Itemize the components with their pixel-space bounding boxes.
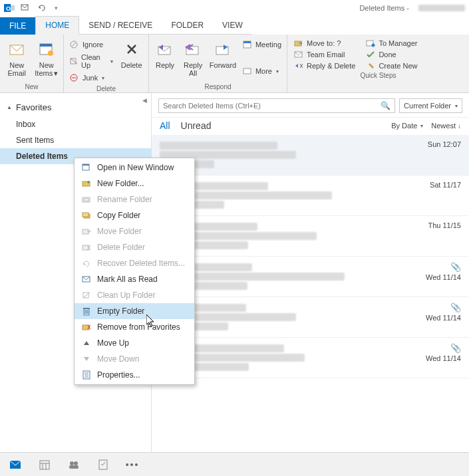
group-label-new: New [0, 82, 63, 92]
ignore-icon [69, 40, 80, 49]
svg-point-29 [74, 461, 78, 465]
message-date: Wed 11/14 [426, 314, 461, 322]
svg-point-7 [48, 51, 53, 56]
folder-new-icon [81, 178, 92, 189]
mark-read-icon [81, 274, 92, 285]
search-scope-dropdown[interactable]: Current Folder▾ [399, 98, 462, 113]
filter-unread[interactable]: Unread [181, 120, 212, 131]
junk-button[interactable]: Junk▾ [68, 72, 114, 84]
qs-to-manager[interactable]: To Manager [366, 39, 417, 48]
message-row[interactable]: 📎Wed 11/14 [152, 257, 469, 297]
svg-rect-24 [40, 461, 49, 469]
qs-team-email[interactable]: Team Email [294, 50, 355, 59]
ctx-move-folder: Move Folder [75, 223, 194, 239]
folder-arrow-icon [294, 39, 303, 48]
folder-copy-icon [81, 210, 92, 221]
favorites-header[interactable]: ▲ Favorites [0, 98, 151, 116]
search-icon[interactable]: 🔍 [381, 101, 391, 110]
svg-point-28 [70, 461, 74, 465]
reply-icon [154, 39, 176, 60]
message-date: Thu 11/15 [428, 221, 461, 229]
tab-home[interactable]: HOME [35, 16, 79, 35]
ctx-recover-deleted-items: Recover Deleted Items... [75, 255, 194, 271]
cleanup-icon [81, 290, 92, 300]
delete-button[interactable]: Delete [118, 37, 144, 69]
svg-rect-30 [69, 465, 78, 469]
tab-file[interactable]: FILE [0, 17, 35, 35]
tab-folder[interactable]: FOLDER [162, 17, 213, 35]
message-row[interactable]: Sat 11/17 [152, 176, 469, 216]
search-box[interactable]: 🔍 [158, 98, 395, 113]
calendar-view-icon[interactable] [39, 459, 51, 471]
new-items-button[interactable]: New Items▾ [34, 37, 60, 77]
ctx-new-folder[interactable]: New Folder... [75, 176, 194, 191]
collapse-sidebar-icon[interactable]: ◀ [142, 97, 147, 104]
group-label-quicksteps: Quick Steps [287, 70, 469, 81]
people-view-icon[interactable] [68, 459, 80, 471]
message-date: Wed 11/14 [426, 273, 461, 281]
ctx-copy-folder[interactable]: Copy Folder [75, 207, 194, 223]
reply-delete-icon [294, 61, 303, 70]
tasks-view-icon[interactable] [97, 459, 109, 471]
properties-icon [81, 370, 92, 380]
more-views-icon[interactable]: ••• [126, 459, 138, 471]
message-row[interactable]: Thu 11/15 [152, 216, 469, 257]
cleanup-button[interactable]: Clean Up▾ [68, 52, 114, 70]
ctx-properties[interactable]: Properties... [75, 367, 194, 383]
sort-newest[interactable]: Newest↓ [431, 122, 461, 130]
move-up-icon [81, 338, 92, 348]
forward-icon [212, 39, 234, 60]
search-input[interactable] [163, 102, 381, 110]
ctx-empty-folder[interactable]: Empty Folder [75, 303, 194, 319]
svg-rect-33 [82, 164, 89, 166]
qa-dropdown-icon[interactable]: ▾ [55, 5, 58, 11]
filter-all[interactable]: All [160, 120, 170, 131]
qs-create-new[interactable]: Create New [366, 61, 417, 70]
window-icon [81, 162, 92, 173]
attachment-icon: 📎 [450, 302, 461, 312]
message-date: Wed 11/14 [426, 354, 461, 362]
forward-button[interactable]: Forward [209, 37, 237, 69]
done-icon [366, 50, 375, 59]
sidebar-folder-inbox[interactable]: Inbox [0, 116, 151, 132]
rename-icon [81, 194, 92, 205]
meeting-button[interactable]: Meeting [241, 39, 283, 51]
sort-by-date[interactable]: By Date▾ [391, 122, 423, 130]
ignore-button[interactable]: Ignore [68, 39, 114, 51]
message-row[interactable]: Sun 12:07 [152, 135, 469, 176]
meeting-icon [242, 40, 253, 49]
undo-icon[interactable] [36, 3, 47, 13]
recover-icon [81, 258, 92, 269]
more-button[interactable]: More▾ [241, 65, 283, 77]
sidebar-folder-sent[interactable]: Sent Items [0, 132, 151, 148]
svg-point-22 [372, 44, 375, 47]
mail-view-icon[interactable] [9, 459, 21, 471]
new-email-button[interactable]: New Email [4, 37, 30, 77]
cleanup-icon [69, 57, 78, 66]
message-row[interactable]: 📎Wed 11/14 [152, 297, 469, 338]
qs-reply-delete[interactable]: Reply & Delete [294, 61, 355, 70]
message-date: Sat 11/17 [430, 181, 461, 189]
reply-all-button[interactable]: Reply All [181, 37, 205, 77]
message-row[interactable]: 📎Wed 11/14 [152, 338, 469, 378]
ctx-remove-from-favorites[interactable]: Remove from Favorites [75, 319, 194, 335]
ctx-move-up[interactable]: Move Up [75, 335, 194, 351]
more-icon [242, 66, 253, 76]
tab-view[interactable]: VIEW [213, 17, 252, 35]
tab-send-receive[interactable]: SEND / RECEIVE [79, 17, 162, 35]
quick-send-icon[interactable] [20, 3, 31, 13]
svg-rect-36 [84, 199, 88, 201]
message-date: Sun 12:07 [428, 140, 461, 148]
qs-done[interactable]: Done [366, 50, 417, 59]
qs-move-to[interactable]: Move to: ? [294, 39, 355, 48]
ctx-open-in-new-window[interactable]: Open in New Window [75, 160, 194, 176]
ctx-mark-all-as-read[interactable]: Mark All as Read [75, 271, 194, 287]
ctx-delete-folder: Delete Folder [75, 239, 194, 255]
reply-button[interactable]: Reply [153, 37, 177, 69]
outlook-logo-icon: O [4, 3, 15, 13]
svg-text:O: O [6, 5, 11, 12]
reply-all-icon [182, 39, 204, 60]
ctx-move-down: Move Down [75, 351, 194, 367]
delete-icon [121, 39, 142, 60]
new-items-icon [36, 39, 57, 60]
